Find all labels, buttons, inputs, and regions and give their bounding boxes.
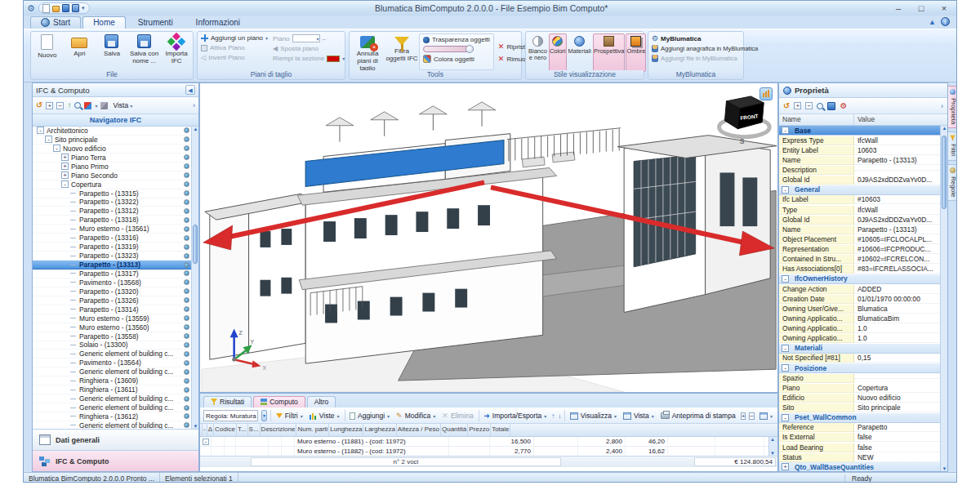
inverti-piano-button[interactable]: ◁Inverti Piano	[201, 54, 268, 61]
modifica-button[interactable]: ✎Modifica▾	[394, 411, 437, 421]
section-expander-icon[interactable]: -	[782, 414, 789, 421]
property-value[interactable]: 0,15	[854, 354, 940, 363]
visibility-eye-icon[interactable]	[184, 378, 189, 384]
visualizza-button[interactable]: Visualizza▾	[568, 411, 618, 421]
tree-expander-icon[interactable]	[69, 323, 77, 331]
move-down-icon[interactable]: ↓	[558, 412, 561, 420]
attiva-piano-button[interactable]: Attiva Piano	[201, 44, 268, 51]
column-header[interactable]: Num. parti	[296, 424, 329, 436]
visibility-eye-icon[interactable]	[184, 253, 189, 259]
property-row[interactable]: Piano Copertura	[779, 383, 940, 393]
property-row[interactable]: Representation #10606=IFCPRODUC...	[779, 245, 940, 255]
visibility-eye-icon[interactable]	[184, 288, 189, 294]
scrollbar-thumb[interactable]	[193, 225, 198, 264]
qat-overflow-icon[interactable]: ▾	[82, 5, 85, 11]
tree-expander-icon[interactable]: +	[61, 154, 69, 161]
column-header[interactable]: Descrizione	[261, 424, 297, 436]
visibility-eye-icon[interactable]	[184, 413, 189, 419]
visibility-eye-icon[interactable]	[184, 422, 189, 428]
visibility-eye-icon[interactable]	[184, 369, 189, 375]
style-toggle-button[interactable]: Materiali	[568, 33, 592, 72]
property-row[interactable]: Has Associations[0] #83=IFCRELASSOCIA...	[779, 265, 940, 274]
visibility-eye-icon[interactable]	[184, 297, 189, 303]
property-row[interactable]: Name Parapetto - (13313)	[779, 225, 940, 234]
column-header[interactable]: Altezza / Peso	[397, 424, 441, 436]
column-header[interactable]: S...	[248, 424, 261, 436]
tree-item[interactable]: + Piano Secondo	[33, 172, 191, 180]
tree-item[interactable]: Ringhiera - (13612)	[33, 412, 191, 421]
property-row[interactable]: Owning User/Give... Blumatica	[779, 304, 940, 314]
property-row[interactable]: - IfcOwnerHistory	[779, 274, 940, 284]
property-value[interactable]: 10603	[854, 146, 940, 155]
visibility-eye-icon[interactable]	[184, 154, 189, 160]
riempi-sezione-button[interactable]: Riempi la sezione▾	[273, 55, 345, 62]
property-row[interactable]: Owning Applicatio... BlumaticaBim	[779, 314, 940, 323]
visibility-eye-icon[interactable]	[184, 226, 189, 232]
app-icon[interactable]: ⚙	[27, 3, 35, 14]
help-icon[interactable]: i	[941, 17, 950, 26]
tree-expander-icon[interactable]	[69, 350, 77, 358]
property-row[interactable]: Object Placement #10605=IFCLOCALPL...	[779, 234, 940, 244]
column-header[interactable]: Larghezza	[363, 424, 396, 436]
property-row[interactable]: Change Action ADDED	[779, 284, 940, 294]
section-expander-icon[interactable]: -	[782, 127, 789, 134]
property-row[interactable]: Spazio	[779, 373, 940, 383]
visibility-eye-icon[interactable]	[184, 208, 189, 214]
column-header[interactable]: T...	[237, 424, 248, 436]
refresh-icon[interactable]: ↺	[36, 100, 42, 110]
visibility-eye-icon[interactable]	[184, 324, 189, 330]
tree-expander-icon[interactable]	[69, 252, 77, 260]
regola-dropdown-icon[interactable]: ▾	[261, 410, 267, 421]
style-toggle-button[interactable]: Prospettiva	[593, 33, 626, 72]
anteprima-stampa-button[interactable]: Anteprima di stampa	[659, 411, 737, 421]
tree-item[interactable]: Solaio - (13300)	[33, 341, 191, 350]
property-value[interactable]: 01/01/1970 00:00:00	[854, 295, 940, 304]
tree-expander-icon[interactable]: -	[53, 145, 60, 152]
colora-oggetti-button[interactable]: Colora oggetti	[423, 55, 490, 63]
scroll-down-icon[interactable]: ▼	[192, 424, 198, 429]
panel-collapse-icon[interactable]: ◀	[185, 85, 195, 95]
tree-expander-icon[interactable]	[69, 359, 77, 367]
model-viewport[interactable]: FRONT S Z Y X	[199, 82, 778, 393]
tree-expander-icon[interactable]	[69, 189, 77, 197]
visibility-eye-icon[interactable]	[184, 351, 189, 357]
visibility-eye-icon[interactable]	[184, 262, 189, 268]
property-value[interactable]: #10606=IFCPRODUC...	[854, 245, 940, 254]
property-row[interactable]: Is External false	[779, 433, 940, 443]
property-value[interactable]: 1.0	[854, 324, 940, 333]
vista-dropdown[interactable]: Vista▾	[113, 101, 132, 109]
section-expander-icon[interactable]: -	[782, 275, 789, 283]
minimize-button[interactable]: –	[893, 2, 904, 15]
tree-expander-icon[interactable]	[69, 341, 77, 349]
tree-expander-icon[interactable]	[69, 243, 77, 251]
property-row[interactable]: Entity Label 10603	[779, 145, 940, 155]
property-value[interactable]: Nuovo edificio	[854, 394, 940, 403]
search-icon[interactable]	[74, 102, 81, 109]
tree-item[interactable]: Parapetto - (13322)	[33, 198, 191, 207]
property-value[interactable]: #10605=IFCLOCALPL...	[854, 235, 940, 244]
bottom-tab[interactable]: Altro	[307, 396, 336, 408]
tree-expander-icon[interactable]	[69, 278, 77, 286]
tree-expander-icon[interactable]: -	[45, 136, 52, 143]
visibility-eye-icon[interactable]	[184, 396, 189, 402]
panel-switch-button[interactable]: IFC & Computo	[33, 450, 198, 471]
tree-item[interactable]: Muro esterno - (13561)	[33, 225, 191, 234]
tree-expander-icon[interactable]: +	[61, 163, 69, 170]
tree-expander-icon[interactable]	[69, 386, 77, 394]
property-value[interactable]: #83=IFCRELASSOCIA...	[854, 265, 940, 274]
collapse-all-icon[interactable]: −	[805, 102, 813, 109]
refresh-icon[interactable]: ↺	[783, 101, 790, 111]
tree-item[interactable]: Generic element of building c...	[33, 350, 191, 359]
panel-switch-button[interactable]: Dati generali	[33, 429, 198, 450]
ribbon-tab[interactable]: Strumenti	[127, 16, 184, 29]
scrollbar-thumb[interactable]	[942, 136, 947, 209]
style-toggle-button[interactable]: Colori	[549, 33, 567, 72]
myblumatica-item[interactable]: Aggiungi anagrafica in MyBlumatica	[652, 45, 740, 52]
property-row[interactable]: Global Id 0J9AS2xdDDZvaYv0D...	[779, 176, 940, 185]
myblumatica-item[interactable]: Aggiungi file in MyBlumatica	[652, 55, 740, 62]
ribbon-tab[interactable]: Home	[82, 16, 126, 29]
table-row[interactable]: - Muro esterno - (11881) - (cod: 11972) …	[200, 437, 777, 447]
property-row[interactable]: Global Id 0J9AS2xdDDZvaYv0D...	[779, 215, 940, 225]
chevron-right-icon[interactable]: ›	[941, 102, 943, 110]
tree-item[interactable]: Parapetto - (13320)	[33, 287, 191, 296]
